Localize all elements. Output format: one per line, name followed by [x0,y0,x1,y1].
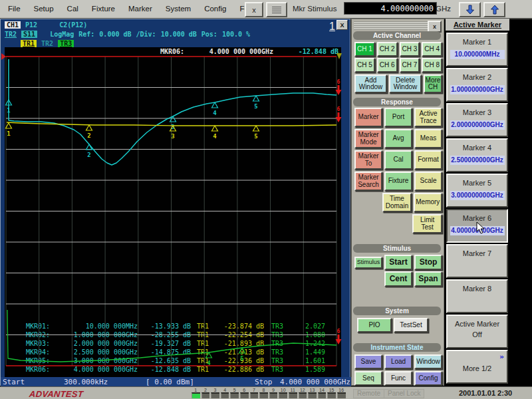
marker-button[interactable]: Marker [354,108,382,127]
channel-button-ch-5[interactable]: CH 5 [354,58,375,72]
add-window-button[interactable]: Add Window [354,74,387,93]
tab-tr3[interactable]: TR3 [58,40,74,47]
marker-table-cell: 3.000 000 000GHz [59,357,138,364]
div-label: /Div: [136,31,156,38]
marker-8-button[interactable]: Marker 8 [446,279,508,313]
scale-button[interactable]: Scale [414,172,442,191]
stimulus-button[interactable]: Stimulus [354,257,382,269]
time-domain-button[interactable]: Time Domain [382,193,411,212]
datetime-label: 2001.01.01 2:30 [459,389,512,397]
marker-6-button[interactable]: Marker 64.000000000GHz [446,209,508,243]
limit-test-button[interactable]: Limit Test [412,214,442,233]
delete-window-button[interactable]: Delete Window [389,74,422,93]
marker-button-value: 1.000000000GHz [450,85,505,94]
menu-item-setup[interactable]: Setup [27,5,61,13]
marker-table-cell: -28.255 dB [138,331,191,338]
channel-button-ch-6[interactable]: CH 6 [377,58,398,72]
format-button[interactable]: Format [414,150,442,170]
led-6: 6 [240,387,249,398]
marker-7-button[interactable]: Marker 7 [446,244,508,278]
channel-label[interactable]: CH1 [5,21,21,29]
marker-1-button[interactable]: Marker 110.000000MHz [446,33,508,66]
marker-button-value: 2.000000000GHz [450,120,505,130]
channel-button-ch-3[interactable]: CH 3 [400,42,420,57]
marker-5-button[interactable]: Marker 53.000000000GHz [446,174,508,207]
marker-table-cell: -21.913 dB [215,348,264,356]
menu-item-marker[interactable]: Marker [122,5,159,13]
memory-button[interactable]: Memory [414,193,442,212]
channel-button-ch-4[interactable]: CH 4 [422,42,442,57]
fixture-button[interactable]: Fixture [384,172,412,191]
menu-item-fixture[interactable]: Fixture [85,5,122,13]
response-row-1: MarkerPortActive Trace [353,108,442,127]
led-4: 4 [221,387,229,398]
marker-step-down-button[interactable] [459,2,481,17]
testset-button[interactable]: TestSet [394,318,428,332]
port-button[interactable]: Port [384,108,412,127]
stop-button[interactable]: Stop [414,255,442,270]
start-button[interactable]: Start [384,255,412,270]
marker-table-cell: -13.933 dB [138,323,191,330]
seq-button[interactable]: Seq [354,371,382,386]
analyzer-screen: FileSetupCalFixtureMarkerSystemConfigFun… [0,0,532,399]
menu-item-config[interactable]: Config [198,5,233,13]
led-9: 9 [269,387,278,398]
stimulus-header: Stimulus [353,244,441,253]
channel-button-ch-7[interactable]: CH 7 [400,58,420,72]
marker-button-label: Marker 8 [448,285,507,293]
save-button[interactable]: Save [354,354,382,369]
marker-table-cell: TR3 [264,323,291,330]
more-ch-button[interactable]: More CH [424,74,442,93]
pio-button[interactable]: PIO [357,318,392,332]
marker-table-cell: TR3 [264,357,291,364]
marker-4-button[interactable]: Marker 42.500000000GHz [446,138,508,172]
tab-tr1[interactable]: TR1 [21,40,37,47]
led-11: 11 [289,387,297,398]
cal-button[interactable]: Cal [384,150,412,170]
active-trace-button[interactable]: Active Trace [414,108,442,127]
span-button[interactable]: Span [414,271,442,287]
marker-search-button[interactable]: Marker Search [354,172,382,191]
load-button[interactable]: Load [384,354,412,369]
marker-mode-button[interactable]: Marker Mode [354,129,382,148]
led-number: 14 [318,387,327,392]
marker-button-label: Marker 3 [448,108,507,116]
advantest-logo: ADVANTEST [29,389,84,399]
marker-table-cell: TR1 [191,340,215,347]
marker-table-row-4: MKR04:2.500 000 000GHz-14.875 dBTR1-21.9… [26,348,325,356]
meas-button[interactable]: Meas [414,129,442,148]
panel-grip[interactable] [354,21,428,30]
active-marker-off-button[interactable]: Active MarkerOff [446,315,508,348]
window-close-button[interactable]: X [336,20,348,30]
channel-button-ch-2[interactable]: CH 2 [377,42,398,57]
config-button[interactable]: Config [414,371,442,386]
mkr-stimulus-input[interactable] [344,2,437,15]
window-list-button[interactable] [266,2,287,17]
menu-item-system[interactable]: System [159,5,198,13]
marker-button-label: Marker 6 [448,214,507,222]
marker-table-cell: -22.254 dB [215,331,264,338]
marker-table-cell: TR1 [191,357,215,364]
marker-table-cell: 10.000 000MHz [59,323,138,330]
parameter-label[interactable]: S11 [21,31,37,38]
led-number: 12 [299,387,307,392]
tab-tr2[interactable]: TR2 [41,40,53,47]
marker-table-row-5: MKR05:3.000 000 000GHz-12.635 dBTR1-22.9… [26,357,325,364]
close-window-button[interactable]: x [245,2,263,17]
active-trace-label[interactable]: TR2 [5,31,17,38]
menu-item-cal[interactable]: Cal [61,5,85,13]
channel-button-ch-8[interactable]: CH 8 [422,58,442,72]
marker-2-button[interactable]: Marker 21.000000000GHz [446,68,508,102]
more-pages-button[interactable]: »More 1/2 [446,350,508,384]
menu-items: FileSetupCalFixtureMarkerSystemConfigFun… [1,0,263,17]
menu-item-file[interactable]: File [1,5,27,13]
marker-step-up-button[interactable] [483,2,505,17]
led-number: 5 [230,387,239,392]
cent-button[interactable]: Cent [384,271,412,287]
window-button[interactable]: Window [414,354,442,369]
channel-button-ch-1[interactable]: CH 1 [354,42,375,57]
marker-3-button[interactable]: Marker 32.000000000GHz [446,103,508,137]
avg-button[interactable]: Avg [384,129,412,148]
marker-to-button[interactable]: Marker To [354,150,382,170]
func-button[interactable]: Func [384,371,412,386]
